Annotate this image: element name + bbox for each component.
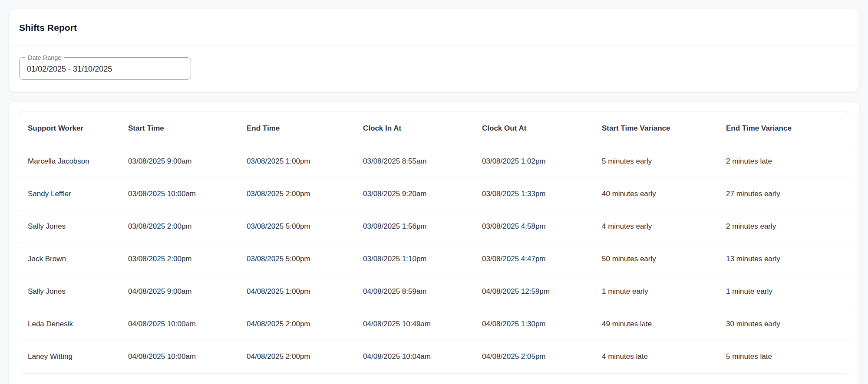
column-header: Start Time Variance [602, 112, 726, 145]
table-row: Marcella Jacobson03/08/2025 9:00am03/08/… [19, 145, 849, 178]
column-header: End Time Variance [726, 112, 849, 145]
report-card-head: Shifts Report [9, 9, 859, 45]
table-cell: Laney Witting [19, 341, 128, 373]
table-cell: 03/08/2025 1:33pm [482, 178, 602, 210]
table-cell: 04/08/2025 1:00pm [247, 276, 363, 308]
shifts-table-container: Support WorkerStart TimeEnd TimeClock In… [19, 112, 849, 374]
table-cell: 04/08/2025 2:00pm [247, 341, 363, 373]
table-cell: 04/08/2025 10:00am [128, 341, 247, 373]
table-cell: 5 minutes early [602, 145, 726, 178]
table-cell: Sally Jones [19, 210, 128, 243]
table-row: Sally Jones04/08/2025 9:00am04/08/2025 1… [19, 276, 849, 308]
table-cell: 49 minutes late [602, 308, 726, 341]
table-header-row: Support WorkerStart TimeEnd TimeClock In… [19, 112, 849, 145]
table-cell: 03/08/2025 9:20am [363, 178, 482, 210]
table-row: Sally Jones03/08/2025 2:00pm03/08/2025 5… [19, 210, 849, 243]
table-cell: 03/08/2025 2:00pm [128, 210, 247, 243]
page: Shifts Report Date Range [0, 0, 868, 384]
table-cell: 03/08/2025 4:47pm [482, 243, 602, 276]
table-cell: 04/08/2025 9:00am [128, 276, 247, 308]
table-cell: 03/08/2025 4:58pm [482, 210, 602, 243]
table-cell: 04/08/2025 1:30pm [482, 308, 602, 341]
table-cell: 04/08/2025 10:49am [363, 308, 482, 341]
table-cell: 50 minutes early [602, 243, 726, 276]
column-header: Clock In At [363, 112, 482, 145]
table-cell: 27 minutes early [726, 178, 849, 210]
table-cell: 04/08/2025 12:59pm [482, 276, 602, 308]
table-cell: Sally Jones [19, 276, 128, 308]
table-cell: Jack Brown [19, 243, 128, 276]
table-cell: 2 minutes early [726, 210, 849, 243]
table-cell: 03/08/2025 1:56pm [363, 210, 482, 243]
table-cell: Sandy Leffler [19, 178, 128, 210]
table-cell: Leda Denesik [19, 308, 128, 341]
table-cell: 2 minutes late [726, 145, 849, 178]
table-cell: 03/08/2025 1:10pm [363, 243, 482, 276]
report-header-card: Shifts Report Date Range [9, 9, 859, 92]
table-cell: 03/08/2025 9:00am [128, 145, 247, 178]
table-row: Sandy Leffler03/08/2025 10:00am03/08/202… [19, 178, 849, 210]
table-cell: 04/08/2025 2:05pm [482, 341, 602, 373]
table-cell: 03/08/2025 2:00pm [247, 178, 363, 210]
table-cell: 03/08/2025 8:55am [363, 145, 482, 178]
table-cell: 04/08/2025 10:04am [363, 341, 482, 373]
column-header: Clock Out At [482, 112, 602, 145]
column-header: Start Time [128, 112, 247, 145]
shifts-table: Support WorkerStart TimeEnd TimeClock In… [19, 112, 849, 373]
page-title: Shifts Report [19, 23, 849, 33]
column-header: End Time [247, 112, 363, 145]
column-header: Support Worker [19, 112, 128, 145]
table-cell: 13 minutes early [726, 243, 849, 276]
table-row: Laney Witting04/08/2025 10:00am04/08/202… [19, 341, 849, 373]
table-row: Leda Denesik04/08/2025 10:00am04/08/2025… [19, 308, 849, 341]
table-row: Jack Brown03/08/2025 2:00pm03/08/2025 5:… [19, 243, 849, 276]
table-cell: 03/08/2025 5:00pm [247, 243, 363, 276]
table-cell: 1 minute early [726, 276, 849, 308]
table-cell: 4 minutes late [602, 341, 726, 373]
table-cell: 03/08/2025 5:00pm [247, 210, 363, 243]
table-cell: 03/08/2025 1:02pm [482, 145, 602, 178]
table-cell: 04/08/2025 2:00pm [247, 308, 363, 341]
table-cell: 5 minutes late [726, 341, 849, 373]
table-cell: 04/08/2025 8:59am [363, 276, 482, 308]
table-cell: 04/08/2025 10:00am [128, 308, 247, 341]
table-cell: Marcella Jacobson [19, 145, 128, 178]
table-cell: 03/08/2025 10:00am [128, 178, 247, 210]
date-range-field: Date Range [19, 57, 191, 80]
table-cell: 03/08/2025 1:00pm [247, 145, 363, 178]
table-cell: 40 minutes early [602, 178, 726, 210]
table-cell: 4 minutes early [602, 210, 726, 243]
report-card-body: Date Range [9, 46, 859, 92]
table-cell: 03/08/2025 2:00pm [128, 243, 247, 276]
date-range-label: Date Range [25, 53, 64, 62]
table-cell: 30 minutes early [726, 308, 849, 341]
table-body: Marcella Jacobson03/08/2025 9:00am03/08/… [19, 145, 849, 373]
table-card: Support WorkerStart TimeEnd TimeClock In… [9, 102, 859, 384]
table-cell: 1 minute early [602, 276, 726, 308]
